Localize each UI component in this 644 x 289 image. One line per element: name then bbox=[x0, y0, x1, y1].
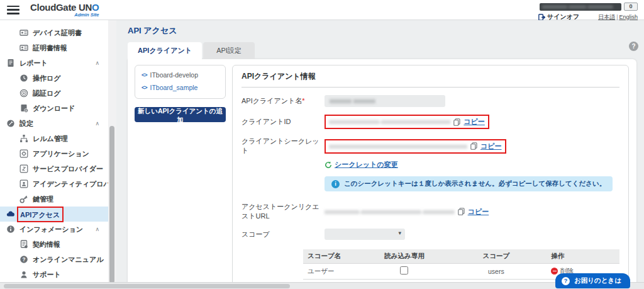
copy-icon[interactable] bbox=[458, 208, 465, 215]
sidebar-item-report[interactable]: レポート ∧ bbox=[0, 55, 108, 71]
chevron-up-icon[interactable]: ∧ bbox=[95, 226, 99, 232]
api-access-cloud-icon bbox=[6, 210, 15, 219]
sidebar-item-device-certificate[interactable]: デバイス証明書 bbox=[0, 25, 108, 40]
contract-info-icon bbox=[19, 240, 28, 249]
svg-text:?: ? bbox=[22, 257, 25, 263]
sidebar-item-label: デバイス証明書 bbox=[33, 28, 82, 38]
realm-management-icon bbox=[19, 134, 28, 144]
sidebar-item-label: アプリケーション bbox=[33, 149, 89, 159]
refresh-icon bbox=[325, 161, 332, 169]
sidebar-item-label: APIアクセス bbox=[20, 211, 60, 218]
sidebar-item-label: オンラインマニュアル bbox=[33, 255, 104, 264]
sidebar-item-application[interactable]: アプリケーション bbox=[0, 146, 108, 161]
sidebar-item-label: 鍵管理 bbox=[33, 195, 53, 204]
copy-client-secret-link[interactable]: コピー bbox=[480, 142, 502, 151]
copy-icon[interactable] bbox=[470, 142, 477, 150]
scope-select[interactable]: ▾ bbox=[325, 229, 405, 240]
tab-api-client[interactable]: APIクライアント bbox=[128, 42, 202, 59]
col-readonly: 読み込み専用 bbox=[367, 249, 443, 263]
sidebar-item-label: レルム管理 bbox=[33, 134, 68, 144]
client-link-label: ITboard-develop bbox=[150, 71, 198, 79]
client-id-value: xxxxxxxxxxxxxxxx-xxxxxxxxxxxxxxxxxxxxxx bbox=[329, 118, 450, 125]
sidebar-item-service-provider[interactable]: サービスプロバイダー bbox=[0, 161, 108, 176]
add-api-client-button[interactable]: 新しいAPIクライアントの追加 bbox=[135, 107, 226, 122]
help-floating-button[interactable]: ? お困りのときは bbox=[555, 273, 630, 288]
menu-icon[interactable] bbox=[7, 6, 19, 14]
annotation-box-api-access: APIアクセス bbox=[17, 207, 64, 222]
sidebar-item-online-manual[interactable]: ? オンラインマニュアル bbox=[0, 252, 108, 267]
secret-change-row: シークレットの変更 bbox=[325, 160, 619, 169]
horizontal-scrollbar-thumb[interactable] bbox=[4, 284, 290, 288]
tab-api-settings[interactable]: API設定 bbox=[203, 42, 255, 59]
copy-token-url-link[interactable]: コピー bbox=[468, 207, 489, 217]
sidebar-item-settings[interactable]: 設定 ∧ bbox=[0, 116, 108, 131]
chevron-up-icon[interactable]: ∧ bbox=[95, 60, 99, 66]
help-icon[interactable]: ? bbox=[629, 42, 638, 51]
cell-scope-name: ユーザー bbox=[303, 263, 367, 279]
copy-icon[interactable] bbox=[453, 118, 460, 126]
horizontal-scrollbar-track[interactable] bbox=[0, 282, 644, 289]
token-url-value: xxxxxxxxxxx-xxxxxxxxxxxxxxxxxxx-xxxxxxxx… bbox=[325, 208, 455, 215]
client-list-card: <> ITboard-develop <> ITboard_sample bbox=[135, 65, 226, 99]
sidebar-item-operation-log[interactable]: 操作ログ bbox=[0, 71, 108, 86]
token-url-value-group: xxxxxxxxxxx-xxxxxxxxxxxxxxxxxxx-xxxxxxxx… bbox=[325, 207, 489, 217]
sidebar-item-key-management[interactable]: 鍵管理 bbox=[0, 191, 108, 207]
sidebar-scrollbar-thumb[interactable] bbox=[109, 126, 114, 283]
top-right-block: xxxxxxxxxx xxxxxxx xxxxxxxxxx 0 サインオフ 日本… bbox=[538, 3, 638, 21]
sidebar-item-label: 操作ログ bbox=[33, 74, 61, 83]
settings-icon bbox=[6, 119, 15, 128]
device-certificate-icon bbox=[19, 28, 28, 38]
sidebar-item-label: 証明書情報 bbox=[33, 43, 67, 53]
sidebar-item-label: 設定 bbox=[19, 119, 33, 128]
caret-down-icon: ▾ bbox=[398, 230, 401, 236]
online-manual-icon: ? bbox=[19, 255, 28, 264]
report-icon bbox=[6, 59, 15, 68]
table-header-row: スコープ名 読み込み専用 スコープ 操作 bbox=[303, 249, 619, 263]
chevron-up-icon[interactable]: ∧ bbox=[95, 120, 99, 127]
client-name-input[interactable]: xxxxxxx xxxxxxx bbox=[325, 95, 445, 107]
client-id-label: クライアントID bbox=[242, 117, 325, 127]
client-link-itboard-sample[interactable]: <> ITboard_sample bbox=[142, 84, 219, 91]
form-heading: APIクライアント情報 bbox=[242, 71, 619, 88]
api-client-info-card: APIクライアント情報 APIクライアント名* xxxxxxx xxxxxxx … bbox=[232, 65, 629, 289]
page-title: API アクセス bbox=[128, 25, 636, 37]
information-icon bbox=[6, 225, 15, 234]
main-content: API アクセス APIクライアント API設定 ? <> ITboard-de… bbox=[116, 20, 644, 289]
identity-provider-icon bbox=[19, 179, 28, 189]
sidebar-item-label: インフォメーション bbox=[19, 225, 83, 234]
signoff-icon bbox=[538, 14, 545, 21]
sidebar-item-download[interactable]: ダウンロード bbox=[0, 101, 108, 116]
client-link-label: ITboard_sample bbox=[150, 84, 198, 91]
readonly-checkbox[interactable] bbox=[400, 266, 408, 275]
service-provider-icon bbox=[19, 164, 28, 174]
col-scope-name: スコープ名 bbox=[303, 249, 367, 263]
sidebar-item-support[interactable]: サポート bbox=[0, 267, 108, 282]
sidebar-scrollbar-track[interactable] bbox=[108, 20, 116, 289]
logo-title: CloudGate UNO bbox=[30, 3, 99, 12]
client-link-itboard-develop[interactable]: <> ITboard-develop bbox=[142, 71, 219, 79]
sidebar-item-api-access[interactable]: APIアクセス bbox=[0, 207, 108, 222]
notification-count-badge: 0 bbox=[624, 3, 638, 11]
client-name-label: APIクライアント名* bbox=[242, 96, 325, 106]
code-icon: <> bbox=[142, 84, 147, 91]
sidebar-item-certificate-info[interactable]: 証明書情報 bbox=[0, 40, 108, 55]
sidebar-item-contract-info[interactable]: 契約情報 bbox=[0, 237, 108, 252]
operation-log-icon bbox=[19, 74, 28, 83]
sidebar-item-realm-management[interactable]: レルム管理 bbox=[0, 131, 108, 146]
client-secret-value: xxxxxxxxxxxxxxxxxxxxxxxxxxxxxxxxxxxxxxxx… bbox=[329, 143, 467, 150]
code-icon: <> bbox=[142, 72, 147, 78]
required-asterisk: * bbox=[302, 97, 304, 105]
download-icon bbox=[19, 104, 28, 113]
alert-text: このシークレットキーは１度しか表示されません。必ずコピーして保存してください。 bbox=[344, 179, 606, 188]
secret-change-link[interactable]: シークレットの変更 bbox=[335, 160, 398, 169]
lang-japanese-link[interactable]: 日本語 bbox=[598, 14, 615, 20]
sidebar-item-auth-log[interactable]: 認証ログ bbox=[0, 86, 108, 101]
col-scope: スコープ bbox=[442, 249, 550, 263]
lang-english-link[interactable]: English bbox=[619, 14, 638, 20]
secret-warning-alert: i このシークレットキーは１度しか表示されません。必ずコピーして保存してください… bbox=[325, 176, 613, 191]
copy-client-id-link[interactable]: コピー bbox=[464, 117, 485, 127]
sidebar-item-identity-provider[interactable]: アイデンティティプロバイダー bbox=[0, 176, 108, 191]
logo-subtitle: Admin Site bbox=[30, 13, 99, 18]
account-name-redacted: xxxxxxxxxx xxxxxxx xxxxxxxxxx bbox=[540, 3, 621, 11]
sidebar-item-information[interactable]: インフォメーション ∧ bbox=[0, 222, 108, 237]
